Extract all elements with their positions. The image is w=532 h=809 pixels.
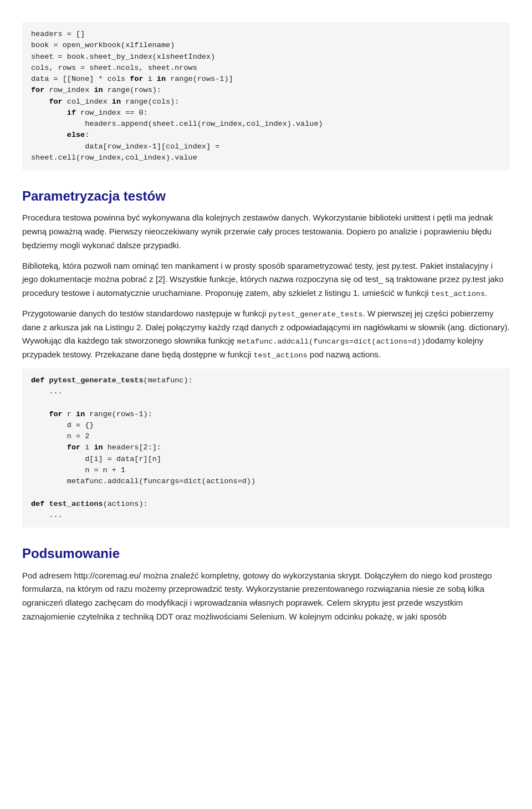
- paragraph-2: Biblioteką, która pozwoli nam ominąć ten…: [22, 259, 510, 300]
- paragraph-1: Procedura testowa powinna być wykonywana…: [22, 211, 510, 252]
- code-block-1: headers = [] book = open_workbook(xlfile…: [22, 22, 510, 170]
- paragraph-podsumowanie: Pod adresem http://coremag.eu/ można zna…: [22, 569, 510, 624]
- section-title-podsumowanie: Podsumowanie: [22, 543, 510, 564]
- section-title-parametryzacja: Parametryzacja testów: [22, 186, 510, 207]
- paragraph-3: Przygotowanie danych do testów standardo…: [22, 307, 510, 362]
- code-block-2: def pytest_generate_tests(metafunc): ...…: [22, 368, 510, 528]
